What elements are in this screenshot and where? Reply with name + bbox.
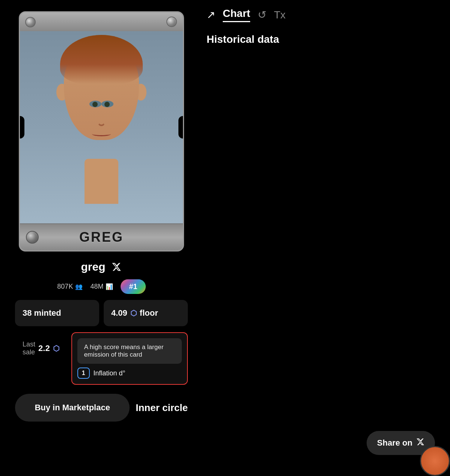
- face-neck: [85, 159, 118, 204]
- face-mouth: [92, 132, 111, 136]
- minted-value: 38 minted: [23, 308, 92, 318]
- inflation-badge: 1: [77, 368, 90, 379]
- face-nose: [97, 116, 106, 126]
- right-panel: ↗ Chart ↺ Tx Historical data: [195, 0, 450, 476]
- views-value: 48M: [90, 283, 103, 291]
- username-row: greg: [81, 261, 122, 273]
- tx-tab[interactable]: Tx: [274, 9, 285, 21]
- card-bottom-bar: GREG: [20, 223, 183, 250]
- card-photo-area: [20, 31, 183, 223]
- tooltip-box: A high score means a larger emission of …: [77, 338, 182, 364]
- share-x-icon: [416, 438, 424, 448]
- card-notch-left: [20, 116, 24, 139]
- share-label: Share on: [377, 438, 412, 448]
- face-eye-right: [101, 101, 113, 107]
- followers-value: 807K: [57, 283, 73, 291]
- card-frame: GREG: [19, 11, 184, 252]
- last-sale-card: Last sale 2.2 ⬡: [15, 332, 67, 385]
- avatar-corner: [420, 446, 450, 476]
- page-layout: GREG greg 807K 👥 48M: [0, 0, 450, 476]
- followers-icon: 👥: [75, 283, 83, 290]
- bottom-actions: Buy in Marketplace Inner circle: [15, 394, 188, 422]
- last-sale-value: Last sale 2.2 ⬡: [23, 340, 59, 356]
- trading-card: GREG: [19, 11, 184, 252]
- refresh-icon[interactable]: ↺: [258, 9, 266, 21]
- twitter-x-link[interactable]: [111, 261, 122, 273]
- tooltip-text: A high score means a larger emission of …: [84, 343, 164, 358]
- stats-cards: 38 minted 4.09 ⬡ floor: [15, 300, 188, 326]
- rank-value: #1: [129, 282, 137, 291]
- username-text: greg: [81, 261, 105, 273]
- face-eye-pupil-right: [104, 102, 110, 107]
- rank-badge: #1: [121, 279, 145, 294]
- views-stat: 48M 📊: [90, 283, 113, 291]
- chart-tab[interactable]: Chart: [223, 8, 250, 22]
- buy-button[interactable]: Buy in Marketplace: [15, 394, 130, 422]
- minted-card: 38 minted: [15, 300, 99, 326]
- person-face: [49, 35, 154, 215]
- stats-row: 807K 👥 48M 📊 #1: [57, 279, 145, 294]
- floor-card: 4.09 ⬡ floor: [104, 300, 188, 326]
- views-icon: 📊: [106, 283, 113, 290]
- left-panel: GREG greg 807K 👥 48M: [0, 0, 195, 476]
- last-sale-row: Last sale 2.2 ⬡ A high score means a lar…: [15, 332, 188, 385]
- inflation-tooltip-wrapper: A high score means a larger emission of …: [71, 332, 188, 385]
- followers-stat: 807K 👥: [57, 283, 83, 291]
- card-corner-bolt-top-left: [25, 17, 36, 27]
- floor-value: 4.09 ⬡ floor: [111, 308, 180, 318]
- inner-circle-label: Inner circle: [136, 402, 188, 414]
- card-corner-bolt-top-right: [166, 17, 177, 27]
- face-eye-left: [89, 101, 101, 107]
- trend-icon: ↗: [207, 9, 215, 21]
- face-eye-pupil-left: [92, 102, 98, 107]
- card-top-bar: [20, 12, 183, 31]
- inflation-label: Inflation d°: [94, 369, 125, 377]
- face-hair: [60, 35, 143, 84]
- user-info: greg 807K 👥 48M 📊 #1: [15, 261, 188, 422]
- historical-title: Historical data: [207, 33, 439, 45]
- chart-tab-row: ↗ Chart ↺ Tx: [207, 8, 439, 22]
- card-name-label: GREG: [79, 229, 124, 245]
- inflation-row: 1 Inflation d°: [77, 368, 182, 379]
- card-bottom-bolt: [26, 231, 39, 244]
- eth-icon-floor: ⬡: [130, 309, 137, 318]
- eth-icon-sale: ⬡: [53, 344, 59, 353]
- card-notch-right: [178, 116, 183, 139]
